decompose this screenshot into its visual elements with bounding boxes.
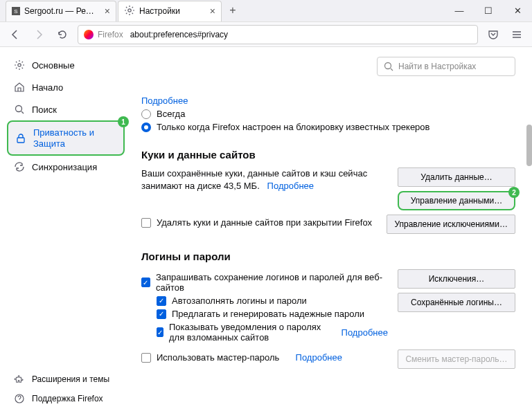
checkbox-icon: ✓ bbox=[157, 309, 166, 319]
details-link[interactable]: Подробнее bbox=[141, 96, 515, 106]
minimize-button[interactable]: — bbox=[445, 0, 474, 22]
favicon-sergoot: S bbox=[12, 7, 20, 15]
radio-always[interactable]: Всегда bbox=[141, 109, 515, 119]
cookies-more-link[interactable]: Подробнее bbox=[267, 181, 314, 191]
gear-icon bbox=[124, 5, 135, 18]
puzzle-icon bbox=[14, 374, 25, 385]
forward-button[interactable] bbox=[30, 26, 47, 43]
radio-icon bbox=[141, 122, 151, 132]
radio-label: Только когда Firefox настроен на блокиро… bbox=[157, 122, 430, 132]
search-icon bbox=[14, 104, 25, 115]
checkbox-ask-save-passwords[interactable]: ✓ Запрашивать сохранение логинов и парол… bbox=[141, 272, 388, 293]
sidebar-item-sync[interactable]: Синхронизация bbox=[7, 156, 125, 178]
sidebar-item-home[interactable]: Начало bbox=[7, 76, 125, 98]
section-heading-cookies: Куки и данные сайтов bbox=[141, 149, 515, 161]
maximize-button[interactable]: ☐ bbox=[474, 0, 503, 22]
logins-exceptions-button[interactable]: Исключения… bbox=[398, 269, 515, 289]
checkbox-icon: ✓ bbox=[157, 296, 166, 306]
close-button[interactable]: ✕ bbox=[503, 0, 532, 22]
sidebar-item-support[interactable]: Поддержка Firefox bbox=[7, 389, 125, 408]
checkbox-label: Показывать уведомления о паролях для взл… bbox=[169, 322, 325, 343]
sidebar-item-label: Синхронизация bbox=[32, 162, 97, 172]
change-master-password-button: Сменить мастер-пароль… bbox=[398, 349, 515, 369]
sidebar-item-label: Основные bbox=[32, 60, 75, 71]
sidebar-item-label: Поддержка Firefox bbox=[32, 394, 103, 403]
clear-data-button[interactable]: Удалить данные… bbox=[398, 167, 515, 187]
svg-point-5 bbox=[385, 63, 391, 69]
sidebar-item-label: Расширения и темы bbox=[32, 374, 109, 384]
tab-sergoot[interactable]: S Sergoot.ru — Решение ваших × bbox=[6, 1, 116, 21]
home-icon bbox=[14, 82, 25, 93]
checkbox-suggest-passwords[interactable]: ✓ Предлагать и генерировать надежные пар… bbox=[157, 309, 388, 319]
checkbox-label: Запрашивать сохранение логинов и паролей… bbox=[156, 272, 388, 293]
checkbox-icon bbox=[141, 218, 151, 228]
sidebar-item-privacy[interactable]: 1 Приватность и Защита bbox=[7, 120, 125, 156]
checkbox-label: Предлагать и генерировать надежные парол… bbox=[172, 309, 364, 319]
checkbox-icon: ✓ bbox=[157, 327, 163, 337]
main-panel: Найти в Настройках Подробнее Всегда Толь… bbox=[132, 47, 532, 418]
sidebar-item-search[interactable]: Поиск bbox=[7, 98, 125, 120]
url-text: about:preferences#privacy bbox=[130, 30, 228, 39]
master-more-link[interactable]: Подробнее bbox=[296, 352, 342, 363]
svg-rect-3 bbox=[17, 138, 24, 143]
checkbox-label: Использовать мастер-пароль bbox=[157, 352, 279, 363]
sidebar: Основные Начало Поиск 1 Приватность и За… bbox=[0, 47, 132, 418]
gear-icon bbox=[14, 60, 25, 71]
svg-point-0 bbox=[128, 8, 131, 11]
checkbox-label: Автозаполнять логины и пароли bbox=[172, 296, 307, 306]
radio-only-blocking[interactable]: Только когда Firefox настроен на блокиро… bbox=[141, 122, 515, 132]
annotation-badge: 2 bbox=[508, 187, 520, 198]
back-button[interactable] bbox=[7, 26, 24, 43]
manage-exceptions-button[interactable]: Управление исключениями… bbox=[387, 215, 515, 234]
alerts-more-link[interactable]: Подробнее bbox=[342, 327, 388, 338]
sidebar-item-label: Поиск bbox=[32, 104, 57, 115]
reload-button[interactable] bbox=[54, 26, 71, 43]
menu-button[interactable] bbox=[508, 26, 525, 43]
annotation-badge: 1 bbox=[118, 116, 129, 127]
checkbox-breach-alerts[interactable]: ✓ Показывать уведомления о паролях для в… bbox=[157, 322, 388, 343]
svg-point-1 bbox=[18, 64, 21, 66]
checkbox-delete-on-close[interactable]: Удалять куки и данные сайтов при закрыти… bbox=[141, 217, 377, 228]
new-tab-button[interactable]: + bbox=[223, 1, 242, 20]
checkbox-master-password[interactable]: Использовать мастер-пароль Подробнее bbox=[141, 352, 388, 363]
sidebar-item-general[interactable]: Основные bbox=[7, 54, 125, 76]
close-icon[interactable]: × bbox=[105, 6, 110, 17]
url-brand: Firefox bbox=[98, 30, 123, 39]
close-icon[interactable]: × bbox=[210, 6, 215, 17]
firefox-icon bbox=[84, 30, 94, 39]
tab-title: Настройки bbox=[139, 6, 206, 16]
scrollbar[interactable] bbox=[526, 125, 532, 166]
section-heading-logins: Логины и пароли bbox=[141, 251, 515, 262]
lock-icon bbox=[15, 133, 26, 144]
sync-icon bbox=[14, 161, 25, 172]
saved-logins-button[interactable]: Сохранённые логины… bbox=[398, 293, 515, 312]
help-icon bbox=[14, 393, 25, 404]
checkbox-icon bbox=[141, 353, 151, 363]
url-bar[interactable]: Firefox about:preferences#privacy bbox=[78, 25, 478, 44]
radio-icon bbox=[141, 109, 151, 119]
sidebar-item-label: Приватность и Защита bbox=[33, 127, 116, 149]
tab-settings[interactable]: Настройки × bbox=[118, 1, 222, 21]
search-icon bbox=[383, 61, 394, 72]
checkbox-label: Удалять куки и данные сайтов при закрыти… bbox=[157, 217, 372, 228]
pocket-icon[interactable] bbox=[485, 26, 502, 43]
radio-label: Всегда bbox=[157, 109, 185, 119]
cookies-description: Ваши сохранённые куки, данные сайтов и к… bbox=[141, 167, 388, 192]
search-placeholder: Найти в Настройках bbox=[398, 62, 476, 71]
settings-search[interactable]: Найти в Настройках bbox=[377, 57, 515, 76]
checkbox-autofill[interactable]: ✓ Автозаполнять логины и пароли bbox=[157, 296, 388, 306]
manage-data-button[interactable]: 2 Управление данными… bbox=[398, 191, 515, 210]
tab-title: Sergoot.ru — Решение ваших bbox=[24, 6, 100, 16]
checkbox-icon: ✓ bbox=[141, 278, 150, 287]
sidebar-item-label: Начало bbox=[32, 82, 63, 93]
svg-point-2 bbox=[16, 106, 22, 112]
sidebar-item-extensions[interactable]: Расширения и темы bbox=[7, 370, 125, 389]
